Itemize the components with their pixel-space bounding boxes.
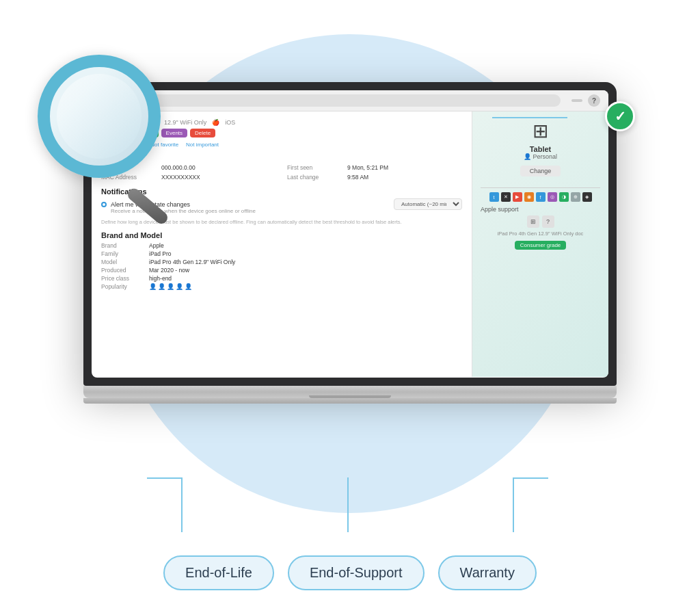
social-icon-twitter[interactable]: t — [489, 192, 499, 202]
consumer-grade-button[interactable]: Consumer grade — [515, 241, 567, 250]
last-change-value: 9:58 AM — [347, 174, 368, 181]
device-owner-label: 👤 Personal — [524, 153, 557, 160]
end-of-life-label: End-of-Life — [185, 565, 252, 580]
popularity-row: Popularity 👤 👤 👤 👤 👤 — [101, 283, 462, 290]
device-type-label: Tablet — [530, 145, 552, 153]
brand-value: Apple — [149, 242, 164, 249]
tablet-icon: ⊞ — [533, 120, 548, 142]
social-icon-youtube[interactable]: ▶ — [513, 192, 522, 202]
model-label: Model — [101, 259, 149, 265]
notif-select[interactable]: Automatic (~20 min) — [394, 198, 462, 210]
notif-sub: Receive a notification when the device g… — [111, 208, 256, 214]
brand-label: Brand — [101, 242, 149, 249]
end-of-life-pill: End-of-Life — [163, 555, 274, 590]
pop-icon-2: 👤 — [158, 283, 165, 290]
bottom-labels-container: End-of-Life End-of-Support Warranty — [111, 555, 589, 590]
model-row: Model iPad Pro 4th Gen 12.9" WiFi Only — [101, 259, 462, 265]
pop-icon-5: 👤 — [185, 283, 192, 290]
warranty-pill: Warranty — [438, 555, 537, 590]
right-connector-line — [513, 477, 514, 532]
apple-support-label: Apple support — [481, 206, 519, 213]
social-icon-rss[interactable]: ◉ — [524, 192, 534, 202]
support-icon-2[interactable]: ? — [542, 215, 554, 228]
brand-row: Brand Apple — [101, 242, 462, 249]
magnifier-lens — [38, 55, 161, 178]
person-icon: 👤 — [524, 153, 531, 160]
check-badge: ✓ — [605, 101, 635, 131]
social-icons-row: t ✕ ▶ ◉ f ◎ ◑ ⊕ ◈ — [489, 192, 592, 202]
social-icon-wa[interactable]: ◑ — [559, 192, 569, 202]
center-connector-line — [347, 477, 349, 532]
brand-model-table: Brand Apple Family iPad Pro Model iPad P… — [101, 242, 462, 290]
change-button[interactable]: Change — [520, 166, 561, 176]
social-icon-fb[interactable]: f — [536, 192, 546, 202]
os-icon: 🍎 — [212, 119, 219, 126]
support-icons: ⊞ ? — [527, 215, 554, 228]
support-icon-1[interactable]: ⊞ — [527, 215, 539, 228]
price-class-label: Price class — [101, 275, 149, 282]
family-row: Family iPad Pro — [101, 250, 462, 257]
price-class-value: high-end — [149, 275, 172, 282]
not-important-link[interactable]: Not important — [186, 142, 219, 148]
produced-value: Mar 2020 - now — [149, 267, 189, 274]
laptop-base — [83, 386, 617, 398]
social-icon-ig[interactable]: ◎ — [548, 192, 557, 202]
first-seen-row: First seen 9 Mon, 5:21 PM — [287, 164, 462, 171]
magnifying-glass — [38, 55, 188, 205]
social-icon-dark[interactable]: ◈ — [582, 192, 592, 202]
right-panel: ⊞ Tablet 👤 Personal Change t ✕ ▶ ◉ — [472, 111, 608, 377]
owner-text: Personal — [533, 153, 557, 160]
warranty-label: Warranty — [460, 565, 515, 580]
left-connector-line — [181, 477, 183, 532]
brand-model-title: Brand and Model — [101, 231, 462, 239]
pop-icon-1: 👤 — [149, 283, 157, 290]
pop-icon-3: 👤 — [167, 283, 174, 290]
os-label: iOS — [225, 119, 235, 126]
url-bar[interactable] — [133, 94, 561, 107]
first-seen-value: 9 Mon, 5:21 PM — [347, 164, 388, 171]
checkmark-icon: ✓ — [615, 108, 626, 124]
model-text: iPad Pro 4th Gen 12.9" WiFi Only doc — [498, 231, 584, 237]
family-label: Family — [101, 250, 149, 257]
pop-icon-4: 👤 — [176, 283, 183, 290]
popularity-label: Popularity — [101, 283, 149, 290]
search-btn[interactable] — [571, 99, 582, 102]
end-of-support-label: End-of-Support — [310, 565, 403, 580]
check-connector-line — [492, 117, 567, 118]
divider-1 — [481, 187, 600, 188]
help-icon[interactable]: ? — [588, 94, 600, 107]
model-value: iPad Pro 4th Gen 12.9" WiFi Only — [149, 259, 235, 265]
popularity-icons: 👤 👤 👤 👤 👤 — [149, 283, 192, 290]
family-value: iPad Pro — [149, 250, 172, 257]
produced-row: Produced Mar 2020 - now — [101, 267, 462, 274]
first-seen-label: First seen — [287, 164, 342, 171]
price-class-row: Price class high-end — [101, 275, 462, 282]
last-change-row: Last change 9:58 AM — [287, 174, 462, 181]
social-icon-x[interactable]: ✕ — [501, 192, 511, 202]
end-of-support-pill: End-of-Support — [288, 555, 425, 590]
last-change-label: Last change — [287, 174, 342, 181]
produced-label: Produced — [101, 267, 149, 274]
social-icon-misc[interactable]: ⊕ — [571, 192, 580, 202]
laptop-stand — [83, 398, 617, 404]
delete-button[interactable]: Delete — [190, 129, 215, 137]
